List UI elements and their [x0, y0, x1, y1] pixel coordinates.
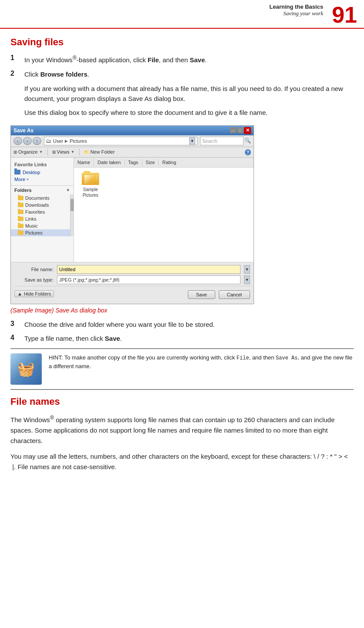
- step-3: 3 Choose the drive and folder where you …: [10, 320, 354, 330]
- desktop-item[interactable]: Desktop: [11, 169, 73, 176]
- step-4: 4 Type a file name, then click Save.: [10, 334, 354, 344]
- close-btn[interactable]: ✕: [244, 127, 251, 134]
- page-header: Learning the Basics Saving your work 91: [0, 0, 364, 29]
- hint-icon: 🧺: [10, 353, 42, 385]
- titlebar-buttons: — □ ✕: [230, 127, 251, 134]
- minimize-btn[interactable]: —: [230, 127, 236, 133]
- nav-buttons: ‹ › ↑: [13, 137, 41, 145]
- filename-label: File name:: [14, 267, 53, 272]
- forward-btn[interactable]: ›: [23, 137, 32, 145]
- favorites-title: Favorite Links: [11, 161, 73, 169]
- sample-pictures-icon: [82, 171, 99, 185]
- page-number: 91: [332, 3, 357, 26]
- cancel-button[interactable]: Cancel: [219, 290, 250, 299]
- filename-dropdown[interactable]: ▼: [244, 265, 250, 274]
- screenshot-addressbar: ‹ › ↑ 🗂 User ▶ Pictures ▼ Search 🔍: [11, 135, 254, 147]
- file-item-sample-pictures[interactable]: SamplePictures: [77, 171, 104, 259]
- pictures-label: Pictures: [25, 230, 43, 235]
- downloads-icon: [18, 203, 23, 207]
- favorites-icon: [18, 210, 23, 214]
- hide-label: Hide Folders: [24, 291, 51, 296]
- organize-arrow: ▼: [39, 150, 43, 154]
- folders-label: Folders: [14, 188, 32, 193]
- folders-title[interactable]: Folders ▼: [11, 186, 73, 195]
- left-panel: Favorite Links Desktop More » Folders ▼: [11, 158, 74, 262]
- hint-text: HINT: To make another copy of the file y…: [49, 353, 354, 371]
- step-4-num: 4: [10, 334, 24, 344]
- savetype-label: Save as type:: [14, 277, 53, 282]
- toolbar-sep-2: [79, 148, 80, 155]
- col-size[interactable]: Size: [142, 159, 159, 166]
- more-link[interactable]: More »: [11, 176, 73, 183]
- step-3-text: Choose the drive and folder where you wa…: [24, 320, 354, 330]
- screenshot-container: Save As — □ ✕ ‹ › ↑ 🗂 User ▶ Pictures ▼: [10, 125, 254, 304]
- steps-list: 1 In your Windows®-based application, cl…: [10, 54, 354, 79]
- step-2-indent-2: Use this dialog box to specify where to …: [24, 107, 354, 118]
- links-label: Links: [25, 216, 37, 222]
- folder-downloads[interactable]: Downloads: [11, 201, 70, 208]
- step-3-num: 3: [10, 320, 24, 330]
- organize-label: Organize: [18, 149, 38, 154]
- folder-tree: Documents Downloads Favorites: [11, 195, 73, 236]
- links-icon: [18, 217, 23, 221]
- step-4-text: Type a file name, then click Save.: [24, 334, 354, 344]
- up-btn[interactable]: ↑: [33, 137, 41, 145]
- path-user: User: [53, 138, 63, 144]
- folder-links[interactable]: Links: [11, 215, 70, 222]
- folder-scrollbar[interactable]: [70, 195, 73, 236]
- step-2-text: Click Browse folders.: [24, 70, 354, 80]
- documents-label: Documents: [25, 195, 50, 201]
- col-rating[interactable]: Rating: [159, 159, 180, 166]
- step-2: 2 Click Browse folders.: [10, 70, 354, 80]
- folder-pictures[interactable]: Pictures: [11, 229, 70, 236]
- file-list-body: SamplePictures: [74, 168, 254, 262]
- search-field[interactable]: Search: [200, 137, 244, 145]
- new-folder-icon: 📁: [84, 150, 89, 154]
- steps-3-4: 3 Choose the drive and folder where you …: [10, 320, 354, 344]
- col-tags[interactable]: Tags: [125, 159, 142, 166]
- hide-arrow: ▲: [17, 291, 22, 296]
- views-btn[interactable]: ⊞ Views ▼: [52, 149, 75, 154]
- hide-folders-btn[interactable]: ▲ Hide Folders: [14, 290, 54, 297]
- col-name[interactable]: Name: [74, 159, 94, 166]
- folder-favorites[interactable]: Favorites: [11, 208, 70, 215]
- more-arrow: »: [27, 177, 29, 181]
- desktop-label: Desktop: [23, 170, 40, 175]
- footer-hide-row: ▲ Hide Folders Save Cancel: [14, 286, 250, 301]
- new-folder-btn[interactable]: 📁 New Folder: [84, 149, 115, 154]
- action-buttons: Save Cancel: [188, 289, 250, 300]
- filename-row: File name: ▼: [14, 265, 250, 274]
- pictures-icon: [18, 231, 23, 235]
- folder-music[interactable]: Music: [11, 222, 70, 229]
- new-folder-label: New Folder: [90, 149, 115, 154]
- search-icon: 🔍: [244, 138, 251, 144]
- path-dropdown[interactable]: ▼: [189, 137, 195, 145]
- col-date-taken[interactable]: Date taken: [94, 159, 124, 166]
- step-2-indent-1: If you are working with a document that …: [24, 84, 354, 104]
- folders-section: Folders ▼ Documents Downloads: [11, 185, 73, 236]
- path-pictures: Pictures: [70, 138, 87, 144]
- back-btn[interactable]: ‹: [13, 137, 22, 145]
- saving-files-title: Saving files: [10, 37, 354, 48]
- screenshot-footer: File name: ▼ Save as type: ▼ ▲ Hide Fold…: [11, 262, 254, 304]
- folders-expand-icon: ▼: [66, 188, 70, 192]
- save-button[interactable]: Save: [188, 290, 215, 299]
- savetype-input[interactable]: [57, 275, 240, 284]
- image-caption: (Sample Image) Save As dialog box: [10, 307, 354, 314]
- screenshot-body: Favorite Links Desktop More » Folders ▼: [11, 158, 254, 262]
- header-chapter: Learning the Basics: [7, 3, 323, 10]
- filename-input[interactable]: [57, 265, 240, 274]
- address-path[interactable]: 🗂 User ▶ Pictures ▼: [44, 137, 197, 145]
- step-1: 1 In your Windows®-based application, cl…: [10, 54, 354, 65]
- right-panel: Name Date taken Tags Size Rating SampleP…: [74, 158, 254, 262]
- maximize-btn[interactable]: □: [237, 127, 243, 133]
- file-names-body: The Windows® operating system supports l…: [10, 413, 354, 472]
- header-section: Saving your work: [7, 10, 323, 17]
- hint-image: 🧺: [17, 361, 35, 377]
- desktop-icon: [14, 170, 20, 175]
- savetype-dropdown[interactable]: ▼: [244, 275, 250, 284]
- organize-btn[interactable]: ⊞ Organize ▼: [13, 149, 43, 154]
- folder-documents[interactable]: Documents: [11, 195, 70, 201]
- help-icon[interactable]: ?: [245, 149, 251, 155]
- path-icon: 🗂: [46, 138, 51, 144]
